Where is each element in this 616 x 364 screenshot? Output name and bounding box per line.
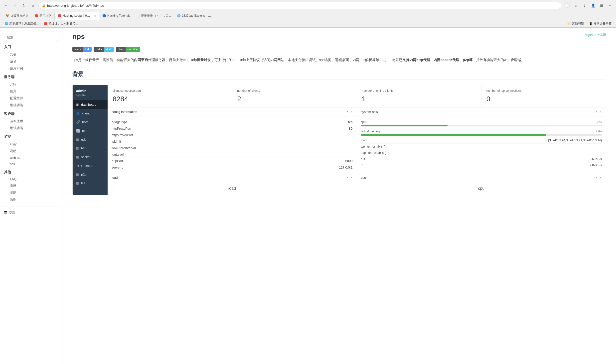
panel-collapse-btn[interactable]: ∧ [346,110,349,114]
system-panel-title: system now [361,110,378,114]
bookmark-label: 移动设备书签 [594,21,612,26]
panels-row: config information ∧ ✕ bridge type tcp [108,107,606,173]
admin-menu-p2p[interactable]: ▦ p2p [73,170,108,179]
admin-menu-secret[interactable]: ◄◄ secret [73,161,108,170]
tab-1337day[interactable]: 🌐 1337day-Exploits - L... [174,12,215,20]
admin-menu-dashboard[interactable]: ▣ dashboard [73,100,108,109]
sidebar-item-example[interactable]: 使用示例 [4,65,58,72]
bookmark-other[interactable]: 📁 其他书签 [565,21,586,26]
bookmark-mobile[interactable]: 📱 移动设备书签 [587,21,614,26]
profile-button[interactable]: 👤 [590,2,597,9]
sidebar-item-server-intro[interactable]: 介绍 [4,81,58,88]
tab-label: Hacking Tutorials [107,14,130,17]
tab-hacking-loops[interactable]: 🔴 Hacking Loops | Hac _ ✕ [54,12,99,20]
browser-actions: 📄 ☆ ⇓ 👤 ☰ ← [564,2,614,9]
cpu-panel-collapse-btn[interactable]: ∧ [596,176,598,180]
sidebar-item-install[interactable]: 安装 [4,51,58,58]
settings-button[interactable]: ☰ [598,2,605,9]
stat-value-clients: 2 [237,95,351,103]
sidebar-item-feature[interactable]: 功能 [4,141,58,148]
cpu-value: 36% [596,120,602,124]
sidebar-item-config[interactable]: 配置文件 [4,95,58,102]
back-history-button[interactable]: ← [607,2,614,9]
admin-menu-client[interactable]: 👤 client [73,109,108,118]
sys-kv-load: load {"load1":2.94,"load5":3.21,"load15"… [361,137,602,144]
cpu-row: cpu 36% [361,119,602,128]
sidebar-item-description[interactable]: 说明 [4,148,58,155]
dashboard-icon: ▣ [76,103,79,106]
desc-bold1: 内网穿透 [134,58,148,62]
mem-value: 77% [596,130,602,133]
sidebar-item-start[interactable]: 启动 [4,58,58,65]
sidebar-item-donate[interactable]: 捐助 [4,189,58,196]
admin-menu-host[interactable]: 🔗 host [73,118,108,126]
cpu-chart-panel-title: cpu [361,176,366,180]
sys-panel-collapse-btn[interactable]: ∧ [596,110,598,114]
panel-close-btn[interactable]: ✕ [350,110,353,114]
browser-toolbar: ← → ↻ ⌂ 🔒 https://ehang-io.github.io/nps… [0,0,616,11]
config-panel-title: config information [112,110,137,114]
tab-firefox[interactable]: 🦊 火狐官方站点 [2,12,31,20]
sidebar-item-sdk[interactable]: sdk [4,161,58,167]
udp-icon: ▦ [76,138,79,141]
bookmark-label: 其他书签 [572,21,584,26]
sidebar-item-contribute[interactable]: 贡献 [4,182,58,189]
sidebar-bottom-label: 交流 [9,210,15,215]
stat-label-online: number of online clients [362,89,476,92]
menu-label-p2p: p2p [81,173,87,176]
download-button[interactable]: ⇓ [581,2,588,9]
sidebar-item-webapi[interactable]: web api [4,155,58,161]
badge-chat-label: chat [116,47,126,52]
stat-label-clients: number of clients [237,89,351,92]
security-icon: 🔒 [42,4,46,7]
github-edit-link[interactable]: 在github上编辑 [584,33,606,37]
tab-ahrehre[interactable]: 📄 啊咧咧咧（＾ ·）ﾌ口... [133,12,174,20]
tab-close-icon[interactable]: ✕ [94,14,96,17]
sys-panel-close-btn[interactable]: ✕ [599,110,602,114]
bookmark-button[interactable]: ☆ [573,2,580,9]
address-bar[interactable]: 🔒 https://ehang-io.github.io/nps/#/?id=n… [38,2,562,9]
bookmark-watashi[interactable]: 🔴 私ははいしゃ敗者で... [42,21,80,26]
config-row-loglevel: logLevel [112,151,353,158]
bookmark-icon: 🌐 [4,22,8,25]
load-panel-collapse-btn[interactable]: ∧ [346,176,349,180]
config-key-p2p: p2pPort [112,159,123,163]
cpu-panel-close-btn[interactable]: ✕ [599,176,602,180]
badge-stars-label: stars [72,47,83,52]
sidebar-item-faq[interactable]: FAQ [4,176,58,182]
docs-sidebar: 入门 安装 启动 使用示例 服务端 介绍 使用 配置文件 增强功能 客户端 基本… [0,28,62,364]
admin-menu-udp[interactable]: ▦ udp [73,135,108,144]
admin-menu-http[interactable]: ▦ http [73,144,108,153]
sys-kv-in: in 2.87KB/s [361,162,602,168]
tab-favicon: 🔴 [58,14,61,17]
load-panel-close-btn[interactable]: ✕ [350,176,353,180]
admin-menu-tcp[interactable]: 📈 tcp [73,126,108,135]
admin-menu-file[interactable]: ▦ file [73,179,108,187]
reload-button[interactable]: ↻ [20,2,27,9]
sidebar-item-client-basic[interactable]: 基本使用 [4,118,58,125]
menu-label-secret: secret [85,164,93,168]
sidebar-item-server-use[interactable]: 使用 [4,88,58,95]
back-button[interactable]: ← [2,2,9,9]
forward-button[interactable]: → [11,2,18,9]
sidebar-item-thanks[interactable]: 致谢 [4,196,58,203]
home-button[interactable]: ⌂ [29,2,36,9]
p2p-icon: ▦ [76,173,79,176]
config-row-serverip: serverIp 127.0.0.1 [112,164,353,171]
sys-key-udp: udp num(establish) [361,151,386,155]
tab-hacking-tutorials[interactable]: 🔵 Hacking Tutorials [99,12,133,20]
section-heading-bg: 背景 [72,71,606,80]
sidebar-section-extend: 扩展 功能 说明 web api sdk [0,133,62,168]
sidebar-section-getting-started: 入门 安装 启动 使用示例 [0,43,62,73]
menu-label-file: file [81,181,85,185]
extensions-button[interactable]: 📄 [564,2,571,9]
tab-newbie[interactable]: 🔴 新手上路 [31,12,54,20]
admin-menu-socks5[interactable]: ▦ socks5 [73,153,108,161]
sidebar-item-server-enhance[interactable]: 增强功能 [4,102,58,109]
bookmark-zhishi[interactable]: 🌐 知识星球｜深度连接... [2,21,41,26]
sidebar-item-client-enhance[interactable]: 增强功能 [4,125,58,132]
bookmark-icon: 🔴 [44,22,47,25]
menu-label-udp: udp [81,138,87,141]
search-input[interactable] [4,34,58,41]
sidebar-section-other: 其他 FAQ 贡献 捐助 致谢 [0,168,62,204]
